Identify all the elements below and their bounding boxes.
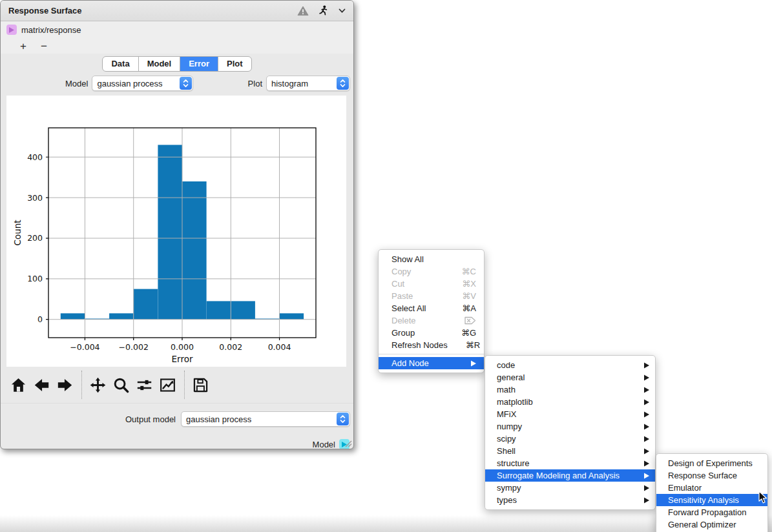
remove-terminal-button[interactable]: −	[38, 41, 50, 52]
menu-item-group[interactable]: Group⌘G	[379, 327, 484, 339]
menu-item-numpy[interactable]: numpy	[485, 420, 655, 433]
svg-text:400: 400	[27, 152, 43, 162]
plot-controls-row: Model gaussian process Plot histogram	[1, 74, 353, 96]
menu-item-label: code	[497, 360, 515, 370]
menu-item-shell[interactable]: Shell	[485, 445, 655, 457]
menu-item-accessory	[644, 485, 649, 491]
menu-item-label: General Optimizer	[668, 520, 736, 529]
stepper-icon	[337, 413, 349, 425]
menu-item-label: math	[497, 385, 516, 394]
plot-select-value: histogram	[267, 79, 336, 88]
menu-item-accessory	[644, 374, 649, 381]
menu-item-types[interactable]: types	[485, 494, 655, 506]
response-surface-window: Response Surface	[0, 0, 354, 449]
plot-canvas: −0.004−0.0020.0000.0020.0040100200300400…	[6, 96, 346, 367]
back-icon[interactable]	[33, 376, 50, 394]
menu-item-label: structure	[497, 458, 530, 468]
node-input-row: matrix/response	[1, 21, 353, 38]
toolbar-separator	[81, 371, 83, 399]
menu-item-label: Design of Experiments	[668, 458, 753, 468]
forward-icon[interactable]	[56, 376, 74, 394]
menu-item-sensitivity-analysis[interactable]: Sensitivity Analysis	[656, 494, 767, 506]
menu-item-label: Emulator	[668, 483, 702, 493]
submenu-arrow-icon	[644, 485, 649, 491]
run-icon[interactable]	[318, 5, 329, 16]
menu-item-accessory	[644, 497, 649, 504]
menu-item-label: Refresh Nodes	[391, 340, 448, 350]
add-terminal-button[interactable]: +	[17, 41, 29, 52]
menu-item-structure[interactable]: structure	[485, 457, 655, 469]
menu-item-label: Response Surface	[668, 471, 737, 480]
menu-item-label: general	[497, 373, 525, 382]
subplots-icon[interactable]	[136, 376, 153, 394]
menu-item-general[interactable]: general	[485, 371, 655, 384]
save-icon[interactable]	[192, 376, 209, 394]
window-title: Response Surface	[8, 6, 81, 15]
plot-select[interactable]: histogram	[266, 76, 350, 91]
svg-text:Count: Count	[12, 220, 23, 245]
menu-item-forward-propagation[interactable]: Forward Propagation	[656, 506, 767, 518]
menu-item-add-node[interactable]: Add Node	[379, 357, 484, 369]
menu-item-label: numpy	[497, 422, 522, 431]
stepper-icon	[180, 77, 192, 90]
matplotlib-toolbar	[1, 367, 353, 403]
menu-item-paste: Paste⌘V	[379, 290, 484, 302]
menu-item-label: Add Node	[391, 358, 429, 368]
model-select-value: gaussian process	[92, 79, 179, 88]
menu-item-scipy[interactable]: scipy	[485, 433, 655, 445]
terminal-buttons-row: + −	[1, 38, 353, 54]
menu-item-accessory	[644, 362, 649, 369]
model-select[interactable]: gaussian process	[92, 76, 193, 91]
svg-text:200: 200	[27, 233, 43, 243]
tab-data[interactable]: Data	[103, 57, 138, 71]
histogram-chart: −0.004−0.0020.0000.0020.0040100200300400…	[6, 96, 346, 367]
menu-item-design-of-experiments[interactable]: Design of Experiments	[656, 457, 767, 469]
output-model-label: Output model	[125, 414, 176, 424]
context-menu: Show AllCopy⌘CCut⌘XPaste⌘VSelect All⌘ADe…	[378, 249, 485, 373]
svg-text:−0.004: −0.004	[70, 342, 99, 352]
submenu-arrow-icon	[644, 411, 649, 418]
submenu-arrow-icon	[644, 387, 649, 393]
menu-item-matplotlib[interactable]: matplotlib	[485, 396, 655, 408]
menu-item-sympy[interactable]: sympy	[485, 482, 655, 494]
menu-item-response-surface[interactable]: Response Surface	[656, 469, 767, 482]
menu-item-accessory: ⌘C	[462, 267, 476, 276]
submenu-arrow-icon	[644, 399, 649, 405]
menu-item-accessory	[644, 399, 649, 405]
menu-item-label: Copy	[391, 267, 411, 276]
model-select-label: Model	[65, 79, 88, 88]
menu-item-mfix[interactable]: MFiX	[485, 408, 655, 420]
home-icon[interactable]	[10, 376, 27, 394]
menu-item-select-all[interactable]: Select All⌘A	[379, 302, 484, 314]
submenu-arrow-icon	[644, 374, 649, 381]
svg-text:0.004: 0.004	[268, 342, 291, 352]
tab-error[interactable]: Error	[180, 57, 218, 71]
svg-text:0: 0	[37, 314, 43, 324]
menu-item-math[interactable]: math	[485, 384, 655, 396]
menu-item-general-optimizer[interactable]: General Optimizer	[656, 518, 767, 531]
window-titlebar[interactable]: Response Surface	[1, 1, 353, 21]
menu-item-accessory: ⌘A	[462, 303, 476, 313]
submenu-arrow-icon	[644, 436, 649, 442]
pan-icon[interactable]	[89, 376, 107, 394]
menu-item-show-all[interactable]: Show All	[379, 253, 484, 265]
zoom-icon[interactable]	[112, 376, 130, 394]
output-model-row: Output model gaussian process	[1, 403, 353, 432]
submenu-arrow-icon	[471, 360, 476, 367]
output-model-select[interactable]: gaussian process	[181, 411, 350, 427]
input-port-icon[interactable]	[6, 25, 17, 35]
menu-item-emulator[interactable]: Emulator	[656, 482, 767, 494]
chevron-down-icon[interactable]	[339, 8, 346, 14]
add-node-submenu: codegeneralmathmatplotlibMFiXnumpyscipyS…	[485, 355, 656, 510]
menu-item-refresh-nodes[interactable]: Refresh Nodes⌘R	[379, 339, 484, 351]
menu-item-code[interactable]: code	[485, 359, 655, 371]
tab-plot[interactable]: Plot	[218, 57, 251, 71]
resize-grip[interactable]	[344, 439, 352, 447]
menu-item-accessory: ⌘G	[461, 328, 476, 338]
menu-item-label: matplotlib	[497, 397, 533, 407]
tab-model[interactable]: Model	[139, 57, 181, 71]
menu-item-surrogate-modeling-and-analysis[interactable]: Surrogate Modeling and Analysis	[485, 469, 655, 482]
submenu-arrow-icon	[644, 473, 649, 479]
customize-icon[interactable]	[159, 376, 176, 394]
output-port-label: Model	[313, 440, 335, 449]
